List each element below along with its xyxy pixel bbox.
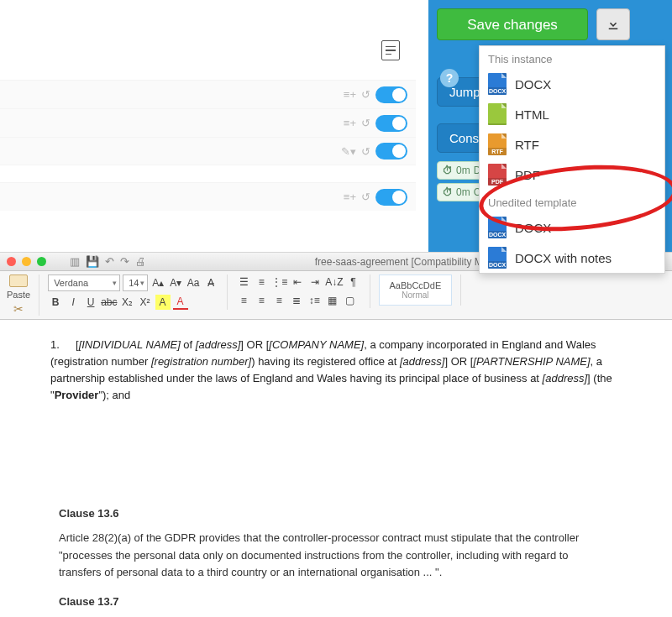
bullets-icon[interactable]: ☰ [236,275,251,290]
dropdown-item-label: RTF [515,138,539,152]
shading-icon[interactable]: ▦ [324,293,339,308]
undo-icon[interactable]: ↶ [105,255,114,268]
dropdown-item-label: DOCX [515,77,551,92]
download-icon [606,17,621,32]
format-painter-icon[interactable]: ✂ [13,302,24,316]
line-spacing-icon[interactable]: ↕≡ [307,293,322,308]
save-button[interactable]: Save changes [437,8,588,40]
dropdown-item-html[interactable]: HTML [480,99,664,129]
help-icon[interactable]: ? [440,69,459,87]
change-case-icon[interactable]: Aa [186,275,201,290]
template-editor: ≡+ ↺ ≡+ ↺ ✎▾ ↺ ≡+ ↺ Save changes ? Jump … [0,0,672,252]
list-add-icon[interactable]: ≡+ [344,88,356,101]
borders-icon[interactable]: ▢ [342,293,357,308]
clause-text: Article 28(2)(a) of the GDPR provides th… [59,530,613,582]
save-icon[interactable]: 💾 [86,255,99,268]
justify-icon[interactable]: ≣ [289,293,304,308]
paste-icon[interactable] [9,275,28,287]
bold-button[interactable]: B [48,295,63,310]
layout-icon[interactable]: ▥ [70,255,80,268]
toggle-switch[interactable] [375,143,407,159]
italic-button[interactable]: I [66,295,81,310]
paragraph-number: 1. [50,337,76,353]
font-name-select[interactable]: Verdana [48,275,120,291]
docx-file-icon: DOCX [488,73,507,95]
multilevel-icon[interactable]: ⋮≡ [271,275,287,290]
align-right-icon[interactable]: ≡ [271,293,286,308]
notes-icon[interactable] [381,40,400,60]
dropdown-item-docx with notes[interactable]: DOCXDOCX with notes [480,243,664,273]
clipboard-group: Paste ✂ [7,275,39,316]
clause-heading: Clause 13.7 [59,593,613,611]
rtf-file-icon: RTF [488,133,507,155]
style-sample: AaBbCcDdE [390,280,442,290]
dropdown-item-pdf[interactable]: PDFPDF [480,159,664,190]
indent-icon[interactable]: ⇥ [307,275,323,290]
clear-format-icon[interactable]: A̶ [203,275,218,290]
clause-row: ≡+ ↺ [0,182,416,211]
shrink-font-icon[interactable]: A▾ [168,275,183,290]
download-button[interactable] [596,8,630,40]
paragraph-group: ☰ ≡ ⋮≡ ⇤ ⇥ A↓Z ¶ ≡ ≡ ≡ ≣ ↕≡ ▦ ▢ [236,275,370,308]
dropdown-item-label: DOCX with notes [515,251,612,265]
dropdown-section-header: Unedited template [480,190,664,212]
clause-row: ≡+ ↺ [0,108,416,137]
revert-icon[interactable]: ↺ [361,117,370,129]
dropdown-section-header: This instance [480,46,664,69]
dropdown-item-docx[interactable]: DOCXDOCX [480,69,664,99]
revert-icon[interactable]: ↺ [361,191,370,203]
styles-group: AaBbCcDdE Normal [379,275,462,306]
dropdown-item-label: HTML [515,107,549,122]
toggle-switch[interactable] [375,189,407,206]
zoom-icon[interactable] [37,257,46,266]
subscript-button[interactable]: X₂ [120,295,135,310]
toggle-switch[interactable] [375,115,407,132]
revert-icon[interactable]: ↺ [361,145,370,158]
clause-row: ✎▾ ↺ [0,137,416,165]
dropdown-item-docx[interactable]: DOCXDOCX [480,212,664,243]
dropdown-item-rtf[interactable]: RTFRTF [480,129,664,159]
align-left-icon[interactable]: ≡ [236,293,251,308]
style-normal[interactable]: AaBbCcDdE Normal [379,275,453,306]
paste-label: Paste [7,290,30,300]
download-dropdown: This instance DOCXDOCXHTMLRTFRTFPDFPDF U… [479,45,665,274]
word-processor: ▥ 💾 ↶ ↷ 🖨 free-saas-agreement [Compatibi… [0,252,672,478]
html-file-icon [488,103,507,125]
clause-rows: ≡+ ↺ ≡+ ↺ ✎▾ ↺ ≡+ ↺ [0,80,416,211]
font-group: Verdana 14 A▴ A▾ Aa A̶ B I U abc X₂ X² A… [48,275,228,310]
pill-time: 0m [456,165,470,176]
clause-row: ≡+ ↺ [0,80,416,108]
dropdown-item-label: DOCX [515,221,551,235]
pdf-file-icon: PDF [488,164,507,186]
grow-font-icon[interactable]: A▴ [150,275,165,290]
print-icon[interactable]: 🖨 [135,255,146,268]
paragraph-text: [[INDIVIDUAL NAME] of [address]] OR [[CO… [50,338,612,401]
toggle-switch[interactable] [375,86,407,103]
highlight-button[interactable]: A [155,295,171,310]
edit-icon[interactable]: ✎▾ [341,145,356,158]
strike-button[interactable]: abc [101,295,117,310]
document-body[interactable]: 1.[[INDIVIDUAL NAME] of [address]] OR [[… [0,320,672,421]
close-icon[interactable] [7,257,16,266]
numbering-icon[interactable]: ≡ [254,275,269,290]
outdent-icon[interactable]: ⇤ [290,275,305,290]
list-add-icon[interactable]: ≡+ [344,117,356,129]
show-marks-icon[interactable]: ¶ [346,275,361,290]
revert-icon[interactable]: ↺ [361,88,370,101]
list-add-icon[interactable]: ≡+ [344,191,356,203]
align-center-icon[interactable]: ≡ [254,293,269,308]
font-color-button[interactable]: A [173,295,188,310]
pill-time: 0m [456,186,470,198]
docx-file-icon: DOCX [488,217,507,238]
docx-file-icon: DOCX [488,247,507,269]
superscript-button[interactable]: X² [138,295,153,310]
redo-icon[interactable]: ↷ [120,255,129,268]
ribbon-toolbar: Paste ✂ Verdana 14 A▴ A▾ Aa A̶ B I U abc… [0,271,672,320]
minimize-icon[interactable] [22,257,31,266]
underline-button[interactable]: U [83,295,98,310]
style-name: Normal [390,290,442,300]
font-size-select[interactable]: 14 [123,275,148,291]
sort-icon[interactable]: A↓Z [325,275,343,290]
notes-body: Clause 13.6 Article 28(2)(a) of the GDPR… [0,478,672,617]
dropdown-item-label: PDF [515,168,540,182]
